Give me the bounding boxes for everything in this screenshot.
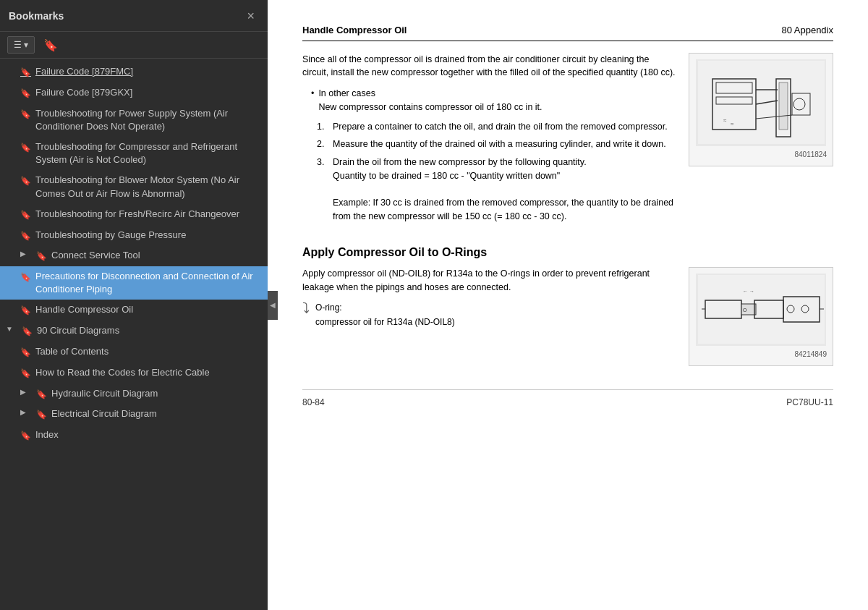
main-content: Handle Compressor Oil 80 Appendix Since … [268,0,868,610]
oring-diagram-svg: O ← → [698,275,825,344]
svg-text:O: O [743,308,747,313]
sidebar-header: Bookmarks × [0,0,268,32]
bookmark-icon: 🔖 [43,39,58,51]
step-text: Drain the oil from the new compressor by… [333,156,677,224]
expand-arrow-icon[interactable]: ▶ [20,407,32,418]
bookmark-flag-icon: 🔖 [20,305,31,317]
section1-content: Since all of the compressor oil is drain… [302,53,833,229]
expand-arrow-icon[interactable]: ▶ [20,387,32,397]
svg-text:←  →: ← → [743,289,754,294]
section2-paragraph: Apply compressor oil (ND-OIL8) for R134a… [302,267,677,295]
bullet-item-other-cases: • In other cases New compressor contains… [311,87,677,114]
expand-arrow-icon[interactable]: ▶ [20,249,32,259]
o-ring-sublabel: compressor oil for R134a (ND-OIL8) [315,315,455,329]
bookmark-label: Troubleshooting for Blower Motor System … [35,174,262,200]
diagram2-caption: 84214849 [695,349,827,360]
bookmark-flag-icon: 🔖 [36,250,47,263]
bullet-list: • In other cases New compressor contains… [311,87,677,114]
body-paragraph-1: Since all of the compressor oil is drain… [302,53,677,80]
step-num: 3. [317,156,328,224]
page-body: Handle Compressor Oil 80 Appendix Since … [268,0,868,432]
sidebar-item-index[interactable]: 🔖 Index [0,425,268,446]
bookmark-flag-icon: 🔖 [20,67,31,79]
sidebar-item-precautions-disconnection[interactable]: 🔖 Precautions for Disconnection and Conn… [0,266,268,300]
svg-rect-7 [779,82,788,130]
page-header-title: Handle Compressor Oil [302,23,407,38]
diagram1-box: ≈ ≈ 84011824 [689,53,833,166]
bookmark-flag-icon: 🔖 [20,209,31,221]
section2-content: Apply compressor oil (ND-OIL8) for R134a… [302,267,833,366]
bookmark-flag-icon: 🔖 [20,347,31,359]
bookmark-label: Hydraulic Circuit Diagram [51,387,262,400]
bookmark-label: Electrical Circuit Diagram [51,407,262,420]
bookmark-flag-icon: 🔖 [20,88,31,100]
bookmark-label: How to Read the Codes for Electric Cable [35,366,262,379]
diagram1-image: ≈ ≈ [696,59,826,146]
step-text: Prepare a container to catch the oil, an… [333,120,668,134]
sidebar-item-troubleshooting-compressor[interactable]: 🔖 Troubleshooting for Compressor and Ref… [0,137,268,170]
diagram2-image: O ← → [696,274,826,346]
sidebar-item-failure-code-879gkx[interactable]: 🔖 Failure Code [879GKX] [0,82,268,103]
svg-text:≈: ≈ [731,121,734,127]
sidebar-item-table-of-contents[interactable]: 🔖 Table of Contents [0,342,268,363]
page-number: 80-84 [302,396,325,409]
collapse-arrow-icon[interactable]: ▼ [6,324,17,334]
o-ring-label: O-ring: [315,301,455,314]
bookmark-flag-icon: 🔖 [20,142,31,154]
sidebar-item-connect-service-tool[interactable]: ▶ 🔖 Connect Service Tool [0,245,268,266]
bookmark-flag-icon: 🔖 [36,409,47,421]
sidebar-item-handle-compressor-oil[interactable]: 🔖 Handle Compressor Oil [0,300,268,321]
step-2: 2. Measure the quantity of the drained o… [317,137,677,151]
sidebar-item-troubleshooting-fresh[interactable]: 🔖 Troubleshooting for Fresh/Recirc Air C… [0,204,268,225]
bookmark-label: Connect Service Tool [51,249,262,262]
bookmark-flag-icon: 🔖 [36,389,47,401]
bookmark-flag-icon: 🔖 [22,326,33,338]
sidebar-item-how-to-read-codes[interactable]: 🔖 How to Read the Codes for Electric Cab… [0,363,268,384]
compressor-diagram-svg: ≈ ≈ [698,61,825,144]
section2-text: Apply compressor oil (ND-OIL8) for R134a… [302,267,677,332]
bookmark-label: Table of Contents [35,345,262,358]
bookmark-label: Index [35,428,262,441]
bookmark-flag-icon: 🔖 [20,230,31,242]
bookmark-flag-icon: 🔖 [20,430,31,442]
chevron-left-icon: ◀ [270,301,276,309]
bookmark-label: Troubleshooting for Compressor and Refri… [35,140,262,166]
bookmark-icon-button[interactable]: 🔖 [39,37,62,54]
page-footer: 80-84 PC78UU-11 [302,389,833,409]
bookmark-label: Troubleshooting by Gauge Pressure [35,229,262,242]
bullet-label: In other cases New compressor contains c… [318,87,542,114]
panel-collapse-button[interactable]: ◀ [268,291,278,320]
svg-text:≈: ≈ [723,117,727,124]
ordered-list: 1. Prepare a container to catch the oil,… [317,120,677,224]
bookmark-flag-icon: 🔖 [20,175,31,187]
diagram2-box: O ← → 84214849 [689,267,833,366]
bookmark-label: Troubleshooting for Power Supply System … [35,107,262,133]
sidebar: Bookmarks × ☰ ▾ 🔖 🔖 Failure Code [879FMC… [0,0,268,610]
sidebar-item-troubleshooting-gauge[interactable]: 🔖 Troubleshooting by Gauge Pressure [0,225,268,246]
page-header: Handle Compressor Oil 80 Appendix [302,23,833,41]
sidebar-item-hydraulic-circuit[interactable]: ▶ 🔖 Hydraulic Circuit Diagram [0,384,268,404]
sidebar-item-troubleshooting-blower[interactable]: 🔖 Troubleshooting for Blower Motor Syste… [0,170,268,203]
sidebar-item-electrical-circuit[interactable]: ▶ 🔖 Electrical Circuit Diagram [0,404,268,425]
section1-text: Since all of the compressor oil is drain… [302,53,677,229]
step-3: 3. Drain the oil from the new compressor… [317,156,677,224]
bookmark-label: Failure Code [879GKX] [35,86,262,99]
svg-rect-0 [698,61,825,144]
dropdown-arrow-icon: ▾ [24,40,28,50]
sidebar-item-failure-code-879fmc[interactable]: 🔖 Failure Code [879FMC] [0,62,268,82]
bookmark-label: Handle Compressor Oil [35,303,262,316]
close-button[interactable]: × [242,8,259,24]
sidebar-item-troubleshooting-power[interactable]: 🔖 Troubleshooting for Power Supply Syste… [0,103,268,137]
sidebar-toolbar: ☰ ▾ 🔖 [0,32,268,59]
o-ring-info: ⤵ O-ring: compressor oil for R134a (ND-O… [302,301,677,329]
sidebar-item-90-circuit-diagrams[interactable]: ▼ 🔖 90 Circuit Diagrams [0,321,268,342]
view-options-button[interactable]: ☰ ▾ [7,36,35,54]
step-num: 2. [317,137,328,151]
step-num: 1. [317,120,328,134]
o-ring-labels: O-ring: compressor oil for R134a (ND-OIL… [315,301,455,329]
bookmark-label: 90 Circuit Diagrams [37,324,262,337]
diagram1-caption: 84011824 [695,149,827,160]
page-header-section: 80 Appendix [781,23,833,38]
step-text: Measure the quantity of the drained oil … [333,137,666,151]
svg-rect-13 [698,275,825,344]
